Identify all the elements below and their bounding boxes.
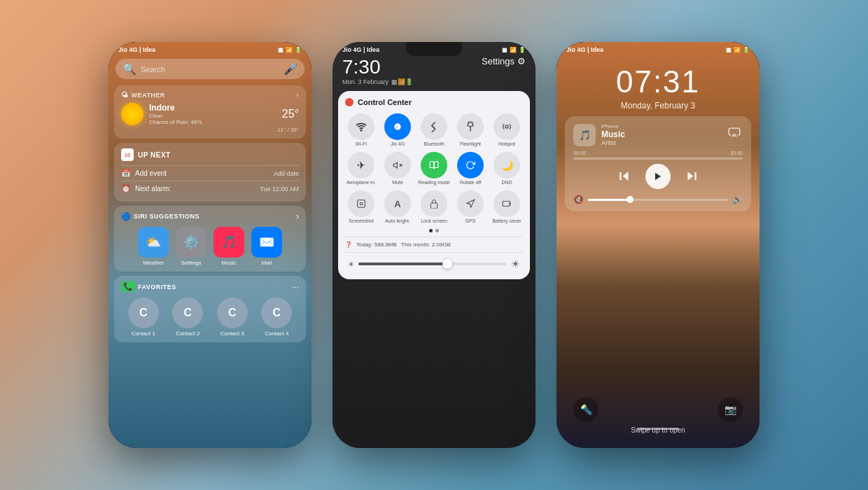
status-bar-1: Jio 4G | Idea ▦ 📶 🔋 bbox=[108, 42, 312, 56]
progress-bar[interactable] bbox=[573, 158, 743, 160]
rotate-icon bbox=[457, 152, 484, 178]
contact-3-avatar: C bbox=[217, 298, 248, 328]
brightness-slider[interactable] bbox=[358, 262, 507, 265]
upnext-label: UP NEXT bbox=[138, 151, 171, 159]
cc-hotspot[interactable]: Hotspot bbox=[491, 113, 523, 146]
alarm-label: Next alarm: bbox=[135, 185, 260, 192]
weather-section-label: WEATHER bbox=[132, 92, 165, 99]
cc-lockscreen[interactable]: Lock screen bbox=[418, 190, 450, 223]
siri-label: SIRI SUGGESTIONS bbox=[134, 213, 200, 220]
volume-low-icon: 🔇 bbox=[573, 195, 584, 204]
add-event-text: Add event bbox=[135, 169, 274, 177]
brightness-row[interactable]: ☀ ☀ bbox=[345, 252, 523, 272]
clock-display: 7:30 bbox=[342, 56, 413, 78]
weather-rain: Chance of Rain: 46% bbox=[149, 119, 276, 125]
camera-lock-button[interactable]: 📷 bbox=[718, 397, 743, 422]
alarm-icon: ⏰ bbox=[121, 184, 131, 193]
favorites-more[interactable]: ··· bbox=[292, 282, 299, 292]
cc-bluetooth[interactable]: Bluetooth bbox=[418, 113, 450, 146]
cc-jio[interactable]: J Jio 4G bbox=[382, 113, 414, 146]
volume-fill bbox=[588, 199, 630, 201]
music-app-label: Music bbox=[222, 260, 237, 266]
cc-rotate[interactable]: Rotate off bbox=[454, 152, 486, 185]
search-input[interactable] bbox=[141, 65, 279, 74]
svg-point-5 bbox=[505, 125, 508, 128]
volume-row[interactable]: 🔇 🔊 bbox=[573, 195, 743, 204]
cc-autobright[interactable]: A Auto bright. bbox=[382, 190, 414, 223]
cc-battery[interactable]: Battery saver bbox=[491, 190, 523, 223]
autobright-icon: A bbox=[384, 190, 411, 217]
cc-mute[interactable]: Mute bbox=[382, 152, 414, 185]
contact-4[interactable]: C Contact 4 bbox=[261, 298, 292, 337]
volume-high-icon: 🔊 bbox=[732, 195, 743, 204]
mic-icon[interactable]: 🎤 bbox=[284, 62, 298, 76]
cc-wifi[interactable]: Wi-Fi bbox=[345, 113, 377, 146]
mail-app-icon: ✉️ bbox=[251, 227, 282, 258]
cc-title-text: Control Center bbox=[358, 98, 412, 106]
volume-slider[interactable] bbox=[588, 199, 728, 201]
app-music[interactable]: 🎵 Music bbox=[214, 227, 244, 266]
app-settings[interactable]: ⚙️ Settings bbox=[176, 227, 206, 266]
jio-icon: J bbox=[384, 113, 411, 140]
carrier-3: Jio 4G | Idea bbox=[566, 46, 603, 53]
cc-reading[interactable]: Reading mode bbox=[418, 152, 450, 185]
svg-marker-12 bbox=[467, 200, 475, 207]
calendar-row-icon: 📅 bbox=[121, 169, 131, 178]
hotspot-icon bbox=[493, 113, 520, 140]
contact-1[interactable]: C Contact 1 bbox=[128, 298, 159, 337]
dnd-icon: 🌙 bbox=[493, 152, 520, 178]
music-controls bbox=[573, 164, 743, 189]
settings-gear-icon[interactable]: ⚙ bbox=[517, 56, 526, 66]
rotate-label: Rotate off bbox=[460, 180, 481, 185]
home-indicator bbox=[637, 428, 679, 430]
flashlight-lock-button[interactable]: 🔦 bbox=[573, 397, 598, 422]
brightness-high-icon: ☀ bbox=[511, 258, 520, 270]
airplane-icon: ✈ bbox=[348, 152, 374, 178]
contact-3[interactable]: C Contact 3 bbox=[217, 298, 248, 337]
settings-label[interactable]: Settings bbox=[482, 56, 514, 66]
cc-airplane[interactable]: ✈ Aeroplane m. bbox=[345, 152, 377, 185]
dot-2 bbox=[435, 229, 439, 232]
music-title: Music bbox=[601, 130, 625, 139]
next-button[interactable] bbox=[685, 169, 699, 184]
siri-chevron[interactable]: › bbox=[296, 211, 299, 221]
svg-marker-17 bbox=[655, 173, 661, 181]
cc-grid-row3: Screenshot A Auto bright. Lock screen bbox=[345, 190, 523, 223]
weather-city: Indore bbox=[149, 103, 276, 113]
add-date-text[interactable]: Add date bbox=[274, 170, 299, 177]
battery-label: Battery saver bbox=[492, 218, 521, 223]
phone-3: Jio 4G | Idea ▦ 📶 🔋 07:31 Monday, Februa… bbox=[556, 42, 760, 448]
prev-button[interactable] bbox=[617, 169, 631, 184]
flashlight-icon bbox=[457, 113, 484, 140]
lock-time: 07:31 bbox=[556, 64, 760, 99]
cc-dnd[interactable]: 🌙 DND bbox=[491, 152, 523, 185]
carrier-2: Jio 4G | Idea bbox=[342, 46, 379, 53]
play-button[interactable] bbox=[645, 164, 671, 189]
calendar-icon: 10 bbox=[121, 148, 134, 161]
svg-point-0 bbox=[360, 130, 361, 131]
cc-gps[interactable]: GPS bbox=[454, 190, 486, 223]
progress-times: 30:00 30:00 bbox=[573, 150, 743, 155]
svg-marker-6 bbox=[393, 162, 397, 168]
app-mail[interactable]: ✉️ Mail bbox=[251, 227, 282, 266]
settings-app-icon: ⚙️ bbox=[176, 227, 206, 258]
dnd-label: DND bbox=[501, 180, 512, 185]
upnext-card: 10 UP NEXT 📅 Add event Add date ⏰ Next a… bbox=[114, 143, 306, 202]
screenshot-icon bbox=[348, 190, 374, 217]
weather-chevron[interactable]: › bbox=[297, 92, 300, 99]
status-icons-2: ▦ 📶 🔋 bbox=[502, 47, 526, 53]
contact-2-avatar: C bbox=[172, 298, 203, 328]
siri-card: 🔵 SIRI SUGGESTIONS › ⛅ Weather ⚙️ Settin… bbox=[114, 206, 306, 272]
screenshot-label: Screenshot bbox=[349, 218, 373, 223]
cc-flashlight[interactable]: Flashlight bbox=[454, 113, 486, 146]
contact-2[interactable]: C Contact 2 bbox=[172, 298, 203, 337]
reading-icon bbox=[421, 152, 447, 178]
airplay-icon[interactable] bbox=[726, 123, 743, 140]
add-event-row[interactable]: 📅 Add event Add date bbox=[121, 165, 299, 181]
cc-screenshot[interactable]: Screenshot bbox=[345, 190, 377, 223]
search-bar[interactable]: 🔍 🎤 bbox=[115, 59, 304, 79]
cc-grid-row1: Wi-Fi J Jio 4G Bluetooth bbox=[345, 113, 523, 146]
carrier-1: Jio 4G | Idea bbox=[118, 46, 155, 53]
app-weather[interactable]: ⛅ Weather bbox=[138, 227, 169, 266]
cc-dots bbox=[345, 229, 523, 232]
